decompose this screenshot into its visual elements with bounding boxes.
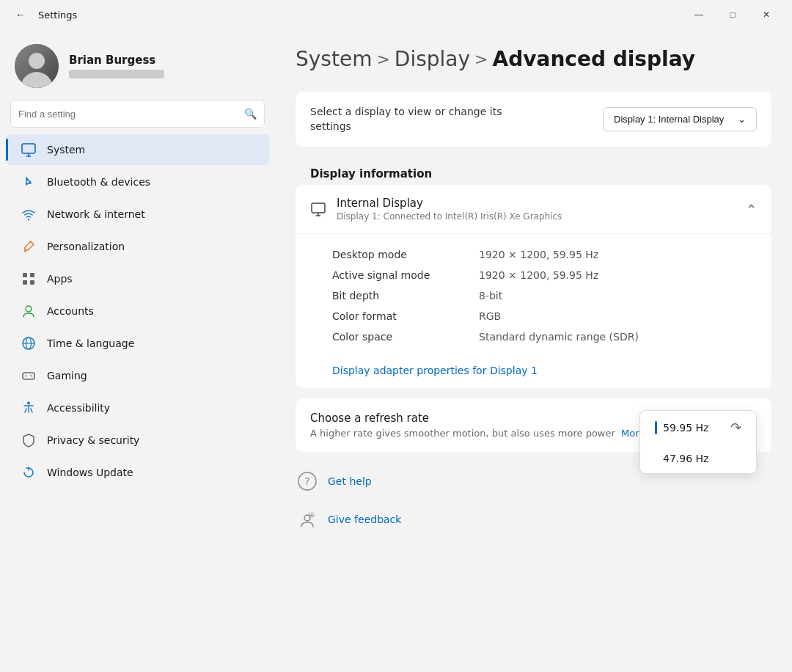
breadcrumb-system: System: [296, 47, 372, 71]
sidebar-label-update: Windows Update: [47, 467, 133, 478]
sidebar-label-bluetooth: Bluetooth & devices: [47, 176, 150, 188]
sidebar-item-network[interactable]: Network & internet: [6, 199, 269, 230]
user-email: [69, 70, 164, 78]
give-feedback-item[interactable]: + Give feedback: [296, 500, 771, 538]
display-info-card: Internal Display Display 1: Connected to…: [296, 185, 771, 388]
sidebar-item-gaming[interactable]: Gaming: [6, 360, 269, 391]
display-selector-text: Select a display to view or change its s…: [310, 105, 530, 134]
svg-point-15: [30, 375, 32, 376]
svg-text:?: ?: [304, 475, 309, 487]
display-selector-card: Select a display to view or change its s…: [296, 92, 771, 147]
rate-option-4796[interactable]: 47.96 Hz: [640, 444, 756, 473]
refresh-rate-card: Choose a refresh rate A higher rate give…: [296, 398, 771, 452]
avatar-image: [15, 44, 59, 88]
svg-point-8: [26, 306, 32, 312]
display-subtitle: Display 1: Connected to Intel(R) Iris(R)…: [337, 211, 562, 222]
brush-icon: [21, 238, 37, 255]
app-title: Settings: [38, 10, 77, 21]
sidebar-item-personalization[interactable]: Personalization: [6, 231, 269, 262]
globe-icon: [21, 335, 37, 351]
sidebar-item-update[interactable]: Windows Update: [6, 457, 269, 488]
rate-option-5995[interactable]: 59.95 Hz ↷: [640, 411, 756, 444]
sidebar: Brian Burgess 🔍 System: [0, 29, 275, 672]
sidebar-item-privacy[interactable]: Privacy & security: [6, 425, 269, 456]
sidebar-label-gaming: Gaming: [47, 370, 87, 381]
refresh-desc-text: A higher rate gives smoother motion, but…: [310, 428, 615, 439]
table-row: Color space Standard dynamic range (SDR): [332, 326, 757, 347]
display-name: Internal Display: [337, 197, 562, 210]
search-input[interactable]: [18, 109, 244, 120]
info-value-bitdepth: 8-bit: [479, 290, 502, 302]
info-label-colorformat: Color format: [332, 310, 479, 322]
display-monitor-icon: [310, 201, 326, 217]
info-value-colorspace: Standard dynamic range (SDR): [479, 331, 639, 343]
sidebar-label-apps: Apps: [47, 273, 73, 285]
svg-rect-0: [22, 144, 35, 153]
give-feedback-link[interactable]: Give feedback: [328, 514, 401, 525]
svg-rect-5: [30, 273, 34, 277]
cursor-icon: ↷: [730, 420, 741, 435]
maximize-button[interactable]: □: [716, 3, 749, 26]
info-value-colorformat: RGB: [479, 310, 501, 322]
breadcrumb: System > Display > Advanced display: [296, 47, 771, 71]
display-info-table: Desktop mode 1920 × 1200, 59.95 Hz Activ…: [296, 234, 771, 357]
svg-rect-18: [312, 203, 325, 213]
info-label-bitdepth: Bit depth: [332, 290, 479, 302]
sidebar-label-accessibility: Accessibility: [47, 402, 110, 414]
table-row: Active signal mode 1920 × 1200, 59.95 Hz: [332, 265, 757, 285]
info-value-signal: 1920 × 1200, 59.95 Hz: [479, 269, 598, 281]
search-box[interactable]: 🔍: [10, 100, 265, 128]
sidebar-item-accounts[interactable]: Accounts: [6, 296, 269, 326]
display-header-left: Internal Display Display 1: Connected to…: [310, 197, 562, 222]
update-icon: [21, 464, 37, 481]
display-dropdown-label: Display 1: Internal Display: [614, 114, 724, 125]
adapter-link[interactable]: Display adapter properties for Display 1: [296, 357, 771, 388]
chevron-down-icon: ⌄: [738, 114, 746, 125]
svg-rect-6: [23, 280, 27, 285]
display-selector-row: Select a display to view or change its s…: [296, 92, 771, 147]
info-value-desktop: 1920 × 1200, 59.95 Hz: [479, 249, 598, 260]
wifi-icon: [21, 206, 37, 222]
rate-option-label-5995: 59.95 Hz: [663, 422, 708, 434]
display-info-header[interactable]: Internal Display Display 1: Connected to…: [296, 185, 771, 234]
rate-selected-indicator: [655, 421, 657, 434]
close-button[interactable]: ✕: [749, 3, 783, 26]
sidebar-item-system[interactable]: System: [6, 134, 269, 165]
svg-point-16: [32, 376, 33, 377]
table-row: Color format RGB: [332, 306, 757, 326]
sidebar-item-accessibility[interactable]: Accessibility: [6, 392, 269, 423]
sidebar-label-network: Network & internet: [47, 208, 145, 220]
gaming-icon: [21, 368, 37, 384]
svg-point-3: [28, 219, 29, 220]
svg-rect-12: [23, 373, 34, 379]
breadcrumb-advanced: Advanced display: [493, 47, 695, 71]
sidebar-label-personalization: Personalization: [47, 241, 125, 252]
back-button[interactable]: ←: [9, 3, 32, 26]
feedback-icon: +: [296, 508, 319, 531]
bluetooth-icon: [21, 174, 37, 190]
chevron-up-icon: ⌃: [746, 202, 757, 217]
sidebar-item-bluetooth[interactable]: Bluetooth & devices: [6, 167, 269, 197]
sidebar-label-system: System: [47, 144, 85, 156]
sidebar-item-apps[interactable]: Apps: [6, 263, 269, 294]
sidebar-label-accounts: Accounts: [47, 305, 94, 317]
titlebar: ← Settings — □ ✕: [0, 0, 792, 29]
sidebar-label-time: Time & language: [47, 337, 134, 349]
user-section: Brian Burgess: [0, 29, 275, 100]
app-body: Brian Burgess 🔍 System: [0, 29, 792, 672]
window-controls: — □ ✕: [682, 3, 783, 26]
sidebar-item-time[interactable]: Time & language: [6, 328, 269, 359]
info-label-signal: Active signal mode: [332, 269, 479, 281]
display-info-section-title: Display information: [296, 157, 771, 185]
breadcrumb-sep2: >: [474, 50, 488, 68]
monitor-icon: [21, 142, 37, 158]
svg-point-17: [27, 402, 30, 405]
search-icon: 🔍: [244, 108, 257, 120]
user-name: Brian Burgess: [69, 54, 164, 67]
minimize-button[interactable]: —: [682, 3, 716, 26]
get-help-link[interactable]: Get help: [328, 475, 372, 487]
accessibility-icon: [21, 400, 37, 416]
display-dropdown[interactable]: Display 1: Internal Display ⌄: [603, 107, 757, 131]
rate-option-label-4796: 47.96 Hz: [663, 453, 708, 464]
svg-rect-7: [30, 280, 34, 285]
